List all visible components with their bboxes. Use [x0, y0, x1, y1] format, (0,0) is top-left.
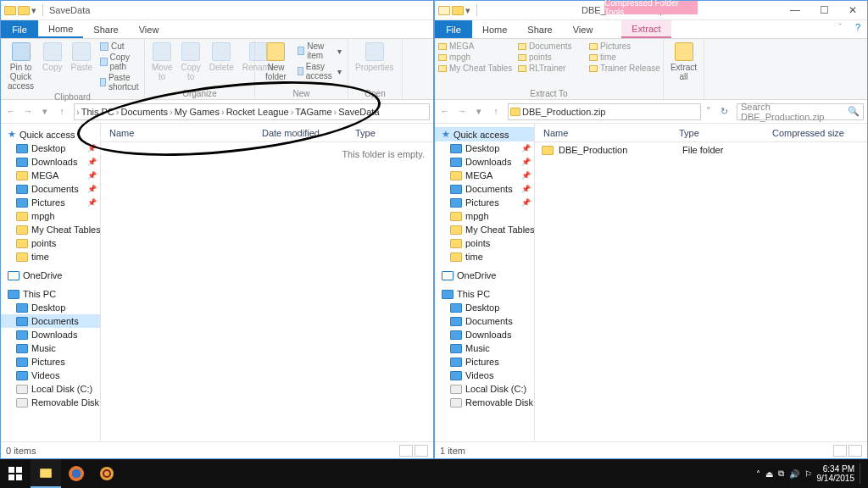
- extract-destinations[interactable]: MEGA Documents Pictures mpgh points time…: [438, 41, 659, 74]
- quick-access-header[interactable]: ★Quick access: [435, 127, 534, 141]
- qat-dropdown-icon[interactable]: ▾: [31, 5, 36, 16]
- pc-documents[interactable]: Documents: [435, 314, 534, 328]
- col-name[interactable]: Name: [535, 128, 670, 138]
- refresh-button[interactable]: ↻: [716, 106, 732, 117]
- show-desktop-button[interactable]: [860, 463, 865, 484]
- help-icon[interactable]: ?: [849, 20, 867, 38]
- sidebar-time[interactable]: time: [435, 250, 534, 263]
- pc-downloads[interactable]: Downloads: [1, 328, 100, 341]
- pc-localdisk[interactable]: Local Disk (C:): [435, 382, 534, 396]
- pc-pictures[interactable]: Pictures: [1, 355, 100, 369]
- nav-pane[interactable]: ★Quick access Desktop📌 Downloads📌 MEGA📌 …: [435, 124, 535, 441]
- column-headers[interactable]: Name Date modified Type: [101, 124, 433, 142]
- file-list-area[interactable]: Name Type Compressed size DBE_Production…: [535, 124, 867, 441]
- start-button[interactable]: [0, 459, 31, 488]
- ribbon-collapse-icon[interactable]: ˇ: [832, 20, 849, 38]
- tab-home[interactable]: Home: [472, 20, 517, 38]
- taskbar-app[interactable]: [92, 459, 122, 488]
- pc-removable[interactable]: Removable Disk: [435, 396, 534, 409]
- thispc-header[interactable]: This PC: [1, 287, 100, 301]
- volume-icon[interactable]: 🔊: [789, 469, 799, 479]
- close-button[interactable]: ✕: [838, 1, 867, 19]
- maximize-button[interactable]: ☐: [810, 1, 838, 19]
- tab-file[interactable]: File: [435, 20, 472, 38]
- nav-recent-button[interactable]: ▾: [472, 106, 486, 117]
- tab-view[interactable]: View: [129, 20, 170, 38]
- sidebar-desktop[interactable]: Desktop📌: [1, 141, 100, 155]
- details-view-icon[interactable]: [399, 445, 413, 457]
- clock[interactable]: 6:34 PM 9/14/2015: [817, 464, 855, 483]
- sidebar-time[interactable]: time: [1, 250, 100, 263]
- pc-downloads[interactable]: Downloads: [435, 328, 534, 341]
- sidebar-mpgh[interactable]: mpgh: [435, 209, 534, 223]
- col-name[interactable]: Name: [101, 128, 253, 138]
- sidebar-mega[interactable]: MEGA📌: [1, 169, 100, 182]
- tab-share[interactable]: Share: [517, 20, 562, 38]
- sidebar-pictures[interactable]: Pictures📌: [1, 196, 100, 209]
- col-date[interactable]: Date modified: [253, 128, 347, 138]
- file-list-area[interactable]: Name Date modified Type This folder is e…: [101, 124, 433, 441]
- copy-to-button[interactable]: Copy to: [177, 41, 203, 83]
- qat-icon[interactable]: [452, 6, 464, 15]
- large-icons-view-icon[interactable]: [849, 445, 862, 457]
- taskbar-explorer[interactable]: [31, 459, 61, 488]
- sidebar-pictures[interactable]: Pictures📌: [435, 196, 534, 209]
- pc-removable[interactable]: Removable Disk: [1, 396, 100, 409]
- qat-dropdown-icon[interactable]: ▾: [465, 5, 470, 16]
- sidebar-cheattables[interactable]: My Cheat Tables: [435, 223, 534, 236]
- tray-up-icon[interactable]: ˄: [756, 469, 760, 479]
- taskbar-firefox[interactable]: [61, 459, 92, 488]
- new-item-button[interactable]: New item▾: [295, 41, 344, 61]
- sidebar-mega[interactable]: MEGA📌: [435, 169, 534, 182]
- pc-pictures[interactable]: Pictures: [435, 355, 534, 369]
- sidebar-points[interactable]: points: [435, 236, 534, 250]
- pc-localdisk[interactable]: Local Disk (C:): [1, 382, 100, 396]
- easy-access-button[interactable]: Easy access▾: [295, 61, 344, 81]
- large-icons-view-icon[interactable]: [415, 445, 428, 457]
- cut-button[interactable]: Cut: [97, 41, 144, 52]
- pc-music[interactable]: Music: [1, 341, 100, 355]
- pc-desktop[interactable]: Desktop: [1, 301, 100, 314]
- onedrive-header[interactable]: OneDrive: [1, 269, 100, 282]
- properties-button[interactable]: Properties: [352, 41, 398, 74]
- sidebar-desktop[interactable]: Desktop📌: [435, 141, 534, 155]
- col-type[interactable]: Type: [670, 128, 764, 138]
- details-view-icon[interactable]: [833, 445, 847, 457]
- list-item[interactable]: DBE_Production File folder: [535, 142, 867, 158]
- minimize-button[interactable]: —: [781, 1, 810, 19]
- tab-view[interactable]: View: [563, 20, 604, 38]
- paste-shortcut-button[interactable]: Paste shortcut: [97, 72, 144, 92]
- tray-icon[interactable]: ⏏: [765, 469, 773, 479]
- sidebar-documents[interactable]: Documents📌: [435, 182, 534, 196]
- quick-access-header[interactable]: ★Quick access: [1, 127, 100, 141]
- nav-recent-button[interactable]: ▾: [38, 106, 52, 117]
- tab-extract[interactable]: Extract: [621, 20, 670, 38]
- pc-videos[interactable]: Videos: [1, 369, 100, 382]
- sidebar-downloads[interactable]: Downloads📌: [435, 155, 534, 169]
- address-bar[interactable]: ›This PC ›Documents ›My Games ›Rocket Le…: [74, 103, 430, 120]
- column-headers[interactable]: Name Type Compressed size: [535, 124, 867, 142]
- pc-videos[interactable]: Videos: [435, 369, 534, 382]
- network-icon[interactable]: ⧉: [778, 469, 784, 479]
- thispc-header[interactable]: This PC: [435, 287, 534, 301]
- paste-button[interactable]: Paste: [67, 41, 96, 92]
- pc-desktop[interactable]: Desktop: [435, 301, 534, 314]
- nav-fwd-button[interactable]: →: [455, 106, 469, 117]
- sidebar-downloads[interactable]: Downloads📌: [1, 155, 100, 169]
- flag-icon[interactable]: ⚐: [804, 469, 812, 479]
- nav-up-button[interactable]: ↑: [489, 106, 503, 117]
- sidebar-mpgh[interactable]: mpgh: [1, 209, 100, 223]
- col-csize[interactable]: Compressed size: [764, 128, 853, 138]
- col-type[interactable]: Type: [347, 128, 384, 138]
- nav-pane[interactable]: ★Quick access Desktop📌 Downloads📌 MEGA📌 …: [1, 124, 101, 441]
- tab-file[interactable]: File: [1, 20, 38, 38]
- nav-back-button[interactable]: ←: [438, 106, 452, 117]
- tab-share[interactable]: Share: [83, 20, 128, 38]
- taskbar[interactable]: ˄ ⏏ ⧉ 🔊 ⚐ 6:34 PM 9/14/2015: [0, 459, 868, 488]
- search-box[interactable]: Search DBE_Production.zip 🔍: [737, 103, 864, 120]
- pc-music[interactable]: Music: [435, 341, 534, 355]
- system-tray[interactable]: ˄ ⏏ ⧉ 🔊 ⚐ 6:34 PM 9/14/2015: [756, 463, 869, 484]
- address-bar[interactable]: DBE_Production.zip: [508, 103, 701, 120]
- pc-documents[interactable]: Documents: [1, 314, 100, 328]
- move-to-button[interactable]: Move to: [148, 41, 175, 83]
